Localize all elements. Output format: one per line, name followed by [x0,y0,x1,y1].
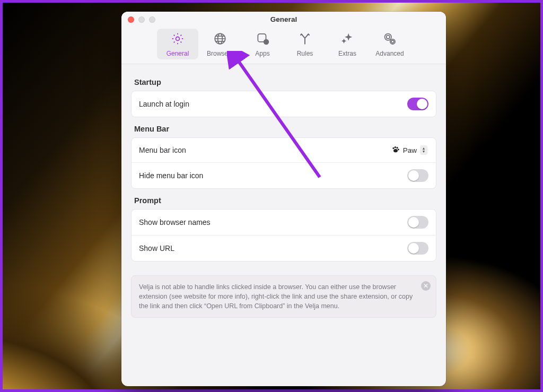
toggle-hide-menu-bar-icon[interactable] [407,169,428,182]
window-minimize-button[interactable] [138,16,145,23]
paw-icon [391,146,400,155]
tab-rules[interactable]: Rules [284,29,326,59]
info-note-text: Velja is not able to handle links clicke… [139,283,413,310]
row-show-browser-names: Show browser names [132,210,436,235]
row-show-url: Show URL [132,235,436,261]
gear-icon [171,32,185,48]
branch-icon [298,32,312,48]
tab-label: Extras [338,50,356,57]
window-title: General [270,15,297,23]
section-startup: Launch at login [131,91,436,117]
svg-point-6 [384,33,391,40]
svg-point-11 [396,147,398,149]
tab-label: Browsers [207,50,233,57]
section-title-startup: Startup [134,78,436,86]
titlebar: General [121,12,446,27]
row-label: Launch at login [139,100,189,108]
section-menubar: Menu bar icon Paw ▲▼ Hide menu bar icon [131,137,436,189]
select-value: Paw [403,146,417,154]
row-label: Show browser names [139,218,211,227]
section-title-prompt: Prompt [134,196,436,205]
row-label: Menu bar icon [139,146,186,154]
gears-icon [383,32,397,48]
close-icon: ✕ [423,283,428,289]
row-menu-bar-icon: Menu bar icon Paw ▲▼ [132,138,436,162]
tab-advanced[interactable]: Advanced [369,29,410,59]
svg-point-9 [392,147,394,149]
toggle-launch-at-login[interactable] [407,98,428,110]
tab-browsers[interactable]: Browsers [199,29,241,59]
svg-point-12 [398,149,399,150]
sparkles-icon [340,32,354,48]
row-hide-menu-bar-icon: Hide menu bar icon [132,162,436,188]
preferences-toolbar: General Browsers Apps [121,27,446,64]
toggle-show-url[interactable] [407,242,428,255]
dismiss-note-button[interactable]: ✕ [421,281,431,291]
svg-point-0 [176,37,180,41]
tab-label: Apps [255,50,269,57]
window-zoom-button[interactable] [149,16,155,23]
globe-icon [213,32,227,48]
row-launch-at-login: Launch at login [132,91,436,117]
tab-label: Advanced [375,50,404,57]
tab-label: General [167,50,189,57]
svg-point-10 [394,146,396,148]
preferences-window: General General Browsers [121,12,446,386]
svg-point-5 [387,36,390,39]
preferences-content: Startup Launch at login Menu Bar Menu ba… [121,64,446,386]
tab-apps[interactable]: Apps [242,29,283,59]
row-label: Hide menu bar icon [139,171,203,180]
section-prompt: Show browser names Show URL [131,209,436,262]
tab-label: Rules [297,50,313,57]
section-title-menubar: Menu Bar [134,125,436,133]
select-menu-bar-icon[interactable]: Paw ▲▼ [387,144,428,156]
info-note: Velja is not able to handle links clicke… [131,275,436,318]
window-close-button[interactable] [128,16,134,23]
tab-extras[interactable]: Extras [327,29,368,59]
svg-point-7 [391,40,394,43]
traffic-lights [128,16,155,23]
chevron-up-down-icon: ▲▼ [420,145,427,155]
app-badge-icon [256,32,269,48]
toggle-show-browser-names[interactable] [407,216,428,229]
tab-general[interactable]: General [157,29,198,59]
row-label: Show URL [139,244,174,252]
